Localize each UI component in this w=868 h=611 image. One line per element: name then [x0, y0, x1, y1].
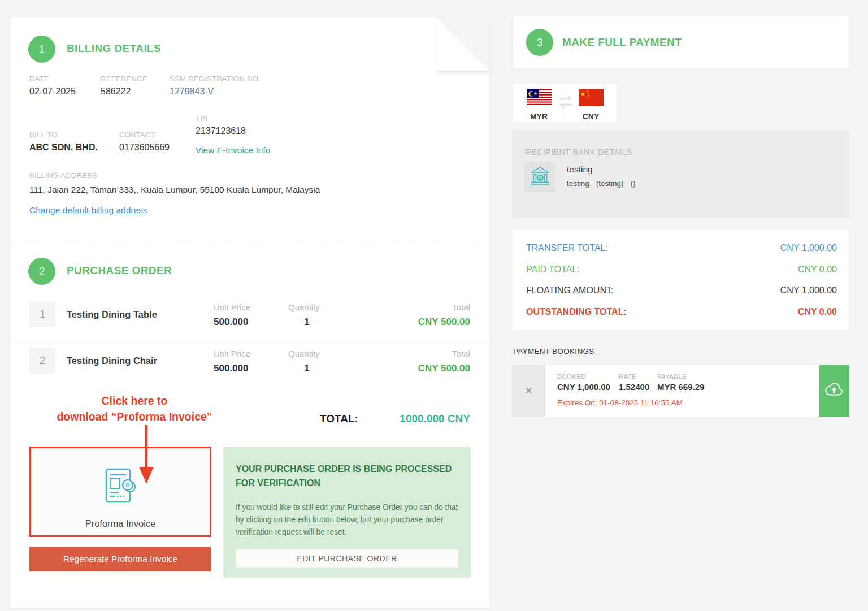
table-row: 1 Testing Dining Table Unit Price 500.00…: [10, 301, 489, 339]
booking-close-button[interactable]: ×: [512, 365, 545, 417]
currency-swap-icon: [557, 94, 574, 111]
paid-total-row: PAID TOTAL: CNY 0.00: [526, 265, 837, 276]
table-row: 2 Testing Dining Chair Unit Price 500.00…: [10, 348, 489, 385]
field-billing-address-label: BILLING ADDRESS: [29, 171, 97, 180]
item-unit-price: Unit Price 500.000: [214, 302, 250, 328]
booking-upload-button[interactable]: [819, 365, 849, 417]
field-date: DATE 02-07-2025: [29, 75, 76, 97]
bank-icon-tile: $: [524, 161, 555, 192]
transfer-total-row: TRANSFER TOTAL: CNY 1,000.00: [526, 243, 837, 254]
step-3-badge: 3: [526, 29, 553, 56]
item-quantity: Quantity 1: [288, 302, 329, 328]
recipient-detail: testing(testing)(): [567, 179, 643, 188]
cloud-upload-icon: [824, 382, 844, 400]
recipient-bank-panel: RECIPIENT BANK DETAILS: [512, 130, 849, 218]
billing-address: 111, Jalan 222, Taman 333,, Kuala Lumpur…: [29, 185, 320, 195]
proforma-invoice-download[interactable]: Proforma Invoice: [29, 447, 211, 537]
field-tin: TIN 2137123618: [196, 114, 246, 136]
payment-totals-card: TRANSFER TOTAL: CNY 1,000.00 PAID TOTAL:…: [512, 229, 849, 331]
field-bill-to: BILL TO ABC SDN. BHD.: [29, 131, 98, 153]
annotation-arrow-icon: [138, 425, 154, 484]
make-payment-title: MAKE FULL PAYMENT: [562, 36, 682, 49]
booking-booked-value: CNY 1,000.00: [557, 382, 610, 392]
field-reference: REFERENCE 586222: [101, 75, 147, 97]
proforma-invoice-label: Proforma Invoice: [85, 518, 156, 529]
cny-flag-icon: [579, 89, 604, 109]
bank-building-icon: $: [529, 164, 552, 189]
field-ssm: SSM REGISTRATION NO. 1279843-V: [170, 75, 261, 97]
close-icon: ×: [526, 384, 532, 397]
item-total: Total CNY 500.00: [418, 349, 470, 374]
make-payment-card: 3 MAKE FULL PAYMENT: [512, 15, 849, 68]
ssm-number-link[interactable]: 1279843-V: [170, 86, 261, 97]
total-divider: [319, 400, 470, 400]
recipient-name[interactable]: testing: [567, 164, 593, 175]
total-label: TOTAL:: [320, 413, 358, 425]
item-name: Testing Dining Table: [67, 309, 157, 320]
item-total: Total CNY 500.00: [418, 302, 470, 328]
item-name: Testing Dining Chair: [67, 356, 157, 366]
invoice-magnifier-icon: [104, 467, 137, 507]
booking-expiry: Expires On: 01-08-2025 11:16:55 AM: [557, 398, 683, 407]
change-billing-address-link[interactable]: Change default billing address: [29, 205, 147, 215]
currency-to-label: CNY: [583, 112, 600, 121]
item-quantity: Quantity 1: [288, 349, 329, 374]
booking-payable-value: MYR 669.29: [657, 382, 704, 392]
currency-from-label: MYR: [530, 112, 548, 121]
purchase-order-title: PURCHASE ORDER: [67, 265, 172, 277]
verification-body: If you would like to still edit your Pur…: [236, 501, 461, 539]
row-divider: [10, 340, 489, 340]
section-divider: [10, 240, 489, 240]
booking-rate-value: 1.52400: [619, 382, 649, 392]
payment-bookings-label: PAYMENT BOOKINGS: [513, 347, 594, 356]
view-einvoice-link[interactable]: View E-Invoice Info: [196, 145, 270, 155]
billing-details-title: BILLING DETAILS: [67, 42, 161, 55]
edit-purchase-order-button[interactable]: EDIT PURCHASE ORDER: [236, 549, 458, 568]
booking-row: × BOOKED RATE PAYABLE CNY 1,000.00 1.524…: [512, 365, 849, 417]
item-number: 1: [29, 301, 55, 327]
floating-amount-row: FLOATING AMOUNT: CNY 1,000.00: [526, 285, 837, 297]
recipient-bank-label: RECIPIENT BANK DETAILS: [526, 148, 632, 157]
verification-title: YOUR PURCHASE ORDER IS BEING PROCESSED F…: [236, 462, 462, 491]
item-number: 2: [29, 348, 55, 374]
total-value: 1000.000 CNY: [400, 413, 470, 425]
download-annotation: Click here to download “Proforma Invoice…: [44, 393, 225, 424]
order-card: 1 BILLING DETAILS DATE 02-07-2025 REFERE…: [10, 17, 489, 608]
step-1-badge: 1: [28, 36, 55, 63]
field-contact: CONTACT 0173605669: [119, 131, 170, 153]
page-fold-cut: [436, 17, 489, 71]
page: 1 BILLING DETAILS DATE 02-07-2025 REFERE…: [0, 0, 868, 611]
outstanding-total-row: OUTSTANDING TOTAL: CNY 0.00: [526, 307, 837, 318]
verification-panel: YOUR PURCHASE ORDER IS BEING PROCESSED F…: [223, 447, 471, 578]
regenerate-proforma-button[interactable]: Regenerate Proforma Invoice: [29, 547, 211, 571]
item-unit-price: Unit Price 500.000: [214, 349, 250, 374]
myr-flag-icon: [527, 89, 552, 109]
step-2-badge: 2: [28, 258, 55, 285]
